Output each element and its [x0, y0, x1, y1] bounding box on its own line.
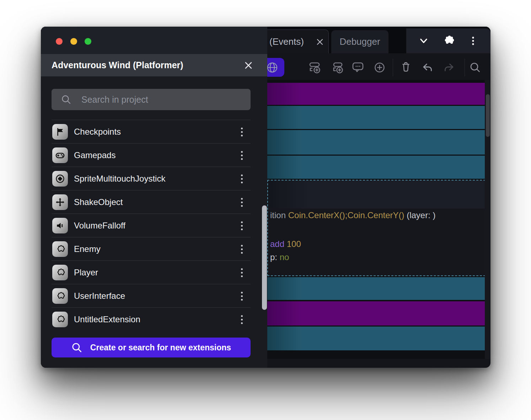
- event-row[interactable]: [267, 106, 485, 129]
- redo-button[interactable]: [441, 60, 457, 75]
- selected-event[interactable]: ition Coin.CenterX();Coin.CenterY() (lay…: [267, 180, 486, 276]
- list-item-label: VolumeFalloff: [74, 214, 125, 237]
- code-expression: Coin.CenterX(): [288, 210, 345, 220]
- list-item-label: Gamepads: [74, 144, 116, 167]
- event-row[interactable]: [267, 156, 485, 179]
- puzzle-icon: [52, 288, 68, 304]
- event-action-line: add 100: [270, 239, 301, 249]
- list-item-checkpoints[interactable]: Checkpoints: [52, 120, 251, 143]
- list-item-volumefalloff[interactable]: VolumeFalloff: [52, 214, 251, 237]
- search-input[interactable]: [81, 89, 245, 110]
- list-item-label: UntitledExtension: [74, 308, 140, 331]
- list-item-label: Player: [74, 261, 98, 284]
- item-menu-icon[interactable]: [235, 148, 249, 163]
- list-item-spritemultitouchjoystick[interactable]: SpriteMultitouchJoystick: [52, 167, 251, 190]
- tab-debugger[interactable]: Debugger: [331, 30, 388, 53]
- list-item-label: ShakeObject: [74, 190, 123, 214]
- joystick-icon: [52, 171, 68, 187]
- list-item-label: SpriteMultitouchJoystick: [74, 167, 165, 190]
- chevron-down-icon[interactable]: [417, 34, 431, 48]
- list-item-label: Checkpoints: [74, 120, 121, 143]
- utility-bar: [406, 28, 490, 53]
- undo-button[interactable]: [420, 60, 435, 75]
- list-item-label: Enemy: [74, 237, 101, 260]
- globe-icon: [266, 61, 279, 74]
- puzzle-icon: [52, 265, 68, 280]
- create-extension-button[interactable]: Create or search for new extensions: [52, 338, 251, 357]
- tab-close-icon[interactable]: [314, 36, 326, 48]
- event-row[interactable]: [267, 130, 485, 155]
- item-menu-icon[interactable]: [235, 124, 249, 139]
- code-operator: add: [270, 239, 287, 249]
- flag-icon: [52, 124, 68, 140]
- code-text: (layer: ): [404, 210, 436, 220]
- list-item-player[interactable]: Player: [52, 260, 251, 284]
- extensions-puzzle-icon[interactable]: [441, 34, 455, 48]
- extensions-list: Checkpoints Gamepads: [52, 120, 251, 331]
- event-row[interactable]: [267, 327, 485, 350]
- close-panel-icon[interactable]: [242, 59, 255, 72]
- list-item-shakeobject[interactable]: ShakeObject: [52, 190, 251, 214]
- screenshot-stage: (Events) Debugger: [0, 0, 531, 420]
- list-item-label: UserInterface: [74, 284, 125, 307]
- project-search: [52, 89, 251, 110]
- add-comment-button[interactable]: [350, 60, 366, 75]
- delete-button[interactable]: [398, 60, 414, 75]
- window-titlebar: [41, 27, 267, 54]
- add-subevent-button[interactable]: [330, 60, 345, 75]
- add-circle-button[interactable]: [372, 60, 387, 75]
- toolbar-divider: [393, 59, 393, 76]
- code-value: 100: [287, 239, 301, 249]
- speaker-icon: [52, 218, 68, 233]
- item-menu-icon[interactable]: [235, 171, 249, 186]
- list-item-untitledextension[interactable]: UntitledExtension: [52, 307, 251, 331]
- panel-scrollbar-thumb[interactable]: [262, 205, 267, 310]
- close-traffic-light[interactable]: [56, 38, 63, 45]
- events-scrollbar-thumb[interactable]: [486, 94, 490, 137]
- zoom-traffic-light[interactable]: [85, 38, 91, 45]
- panel-header: Adventurous Wind (Platformer): [41, 54, 267, 76]
- create-extension-label: Create or search for new extensions: [90, 343, 231, 352]
- gamepad-icon: [52, 147, 68, 163]
- event-action-line: ition Coin.CenterX();Coin.CenterY() (lay…: [270, 210, 436, 220]
- minimize-traffic-light[interactable]: [70, 38, 77, 45]
- item-menu-icon[interactable]: [235, 289, 249, 303]
- project-manager-panel: Adventurous Wind (Platformer) Checkpoint…: [41, 27, 267, 368]
- item-menu-icon[interactable]: [235, 218, 249, 233]
- item-menu-icon[interactable]: [235, 265, 249, 280]
- search-icon: [61, 94, 71, 105]
- event-action-line: p: no: [270, 252, 289, 262]
- event-conditions-area[interactable]: [268, 181, 485, 209]
- add-event-button[interactable]: [307, 60, 323, 75]
- app-window: (Events) Debugger: [41, 27, 490, 368]
- list-item-userinterface[interactable]: UserInterface: [52, 284, 251, 307]
- toolbar-divider: [465, 59, 465, 76]
- search-events-button[interactable]: [467, 60, 483, 75]
- code-expression: Coin.CenterY(): [347, 210, 404, 220]
- puzzle-icon: [52, 241, 68, 257]
- project-title: Adventurous Wind (Platformer): [52, 60, 183, 70]
- list-item-gamepads[interactable]: Gamepads: [52, 143, 251, 167]
- event-row[interactable]: [267, 277, 485, 300]
- move-arrows-icon: [52, 194, 68, 210]
- search-icon: [71, 342, 82, 353]
- tab-events-label: (Events): [269, 30, 304, 53]
- list-item-enemy[interactable]: Enemy: [52, 237, 251, 260]
- item-menu-icon[interactable]: [235, 312, 249, 327]
- event-row[interactable]: [267, 83, 485, 105]
- code-text: p:: [270, 252, 280, 262]
- item-menu-icon[interactable]: [235, 195, 249, 210]
- overflow-menu-icon[interactable]: [466, 34, 480, 48]
- code-value: no: [280, 252, 289, 262]
- code-text: ition: [270, 210, 288, 220]
- event-row[interactable]: [267, 301, 485, 325]
- item-menu-icon[interactable]: [235, 242, 249, 257]
- puzzle-icon: [52, 312, 68, 327]
